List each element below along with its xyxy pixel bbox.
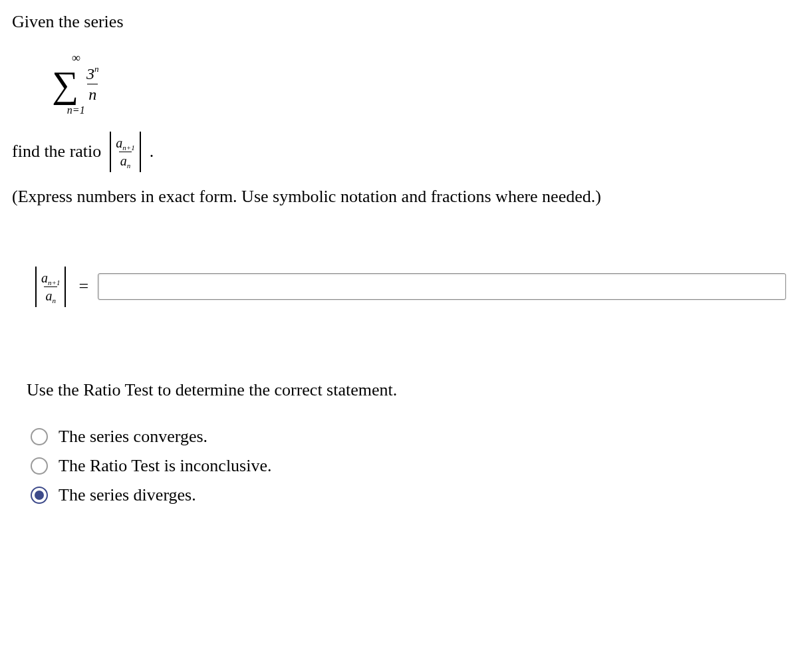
option-diverges[interactable]: The series diverges. <box>31 485 786 505</box>
abs-ratio-icon: an+1 an <box>106 132 144 172</box>
find-ratio-line: find the ratio an+1 an . <box>12 132 786 172</box>
statement-text: Use the Ratio Test to determine the corr… <box>27 380 786 400</box>
answer-row: an+1 an = <box>32 267 786 307</box>
radio-icon <box>31 428 48 445</box>
series-fraction: 3n n <box>85 65 100 104</box>
instruction-text: (Express numbers in exact form. Use symb… <box>12 187 786 207</box>
radio-icon <box>31 457 48 475</box>
option-converges[interactable]: The series converges. <box>31 427 786 447</box>
option-label: The series converges. <box>59 427 207 447</box>
option-label: The series diverges. <box>59 485 196 505</box>
prompt-intro: Given the series <box>12 12 786 32</box>
options-group: The series converges. The Ratio Test is … <box>31 427 786 505</box>
radio-icon <box>31 487 48 504</box>
option-label: The Ratio Test is inconclusive. <box>59 456 271 476</box>
ratio-answer-input[interactable] <box>98 273 786 300</box>
abs-ratio-answer-icon: an+1 an <box>32 267 69 307</box>
option-inconclusive[interactable]: The Ratio Test is inconclusive. <box>31 456 786 476</box>
series-sum: ∞ ∑ 3n n n=1 <box>52 52 100 116</box>
sigma-icon: ∑ <box>52 66 78 103</box>
